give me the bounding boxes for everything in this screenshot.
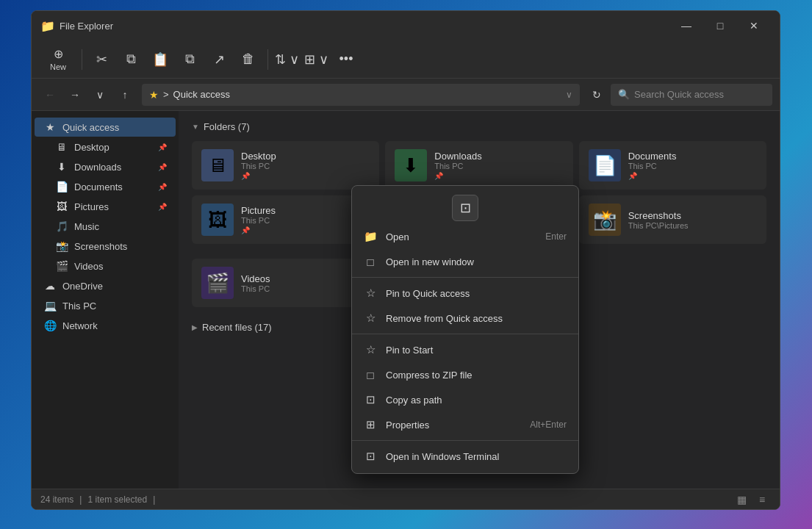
sidebar-item-quick-access[interactable]: ★ Quick access: [35, 118, 176, 137]
sidebar: ★ Quick access 🖥 Desktop 📌 ⬇ Downloads 📌…: [32, 111, 179, 489]
sort-button[interactable]: ⇅ ∨: [274, 46, 301, 73]
open-terminal-label: Open in Windows Terminal: [386, 451, 567, 462]
share-icon: ↗: [214, 51, 225, 68]
context-menu-copy-path[interactable]: ⊡ Copy as path: [352, 387, 578, 412]
documents-pin-icon: 📌: [158, 183, 167, 191]
sidebar-label-videos: Videos: [74, 261, 104, 272]
new-button[interactable]: ⊕ New: [40, 44, 76, 74]
back-icon: ←: [45, 89, 55, 101]
pin-start-icon: ☆: [364, 343, 377, 356]
sidebar-item-this-pc[interactable]: 💻 This PC: [35, 296, 176, 315]
pin-quick-access-label: Pin to Quick access: [386, 288, 567, 299]
desktop-folder-sub: This PC: [241, 162, 276, 170]
status-sep-2: |: [153, 494, 155, 505]
sidebar-label-pictures: Pictures: [74, 201, 109, 212]
minimize-button[interactable]: —: [669, 14, 703, 37]
open-icon: 📁: [364, 230, 377, 243]
sidebar-item-onedrive[interactable]: ☁ OneDrive: [35, 276, 176, 295]
context-menu-divider-1: [352, 277, 578, 278]
screenshots-folder-name: Screenshots: [628, 210, 689, 221]
properties-icon: ⊞: [364, 418, 377, 431]
context-menu-compress-zip[interactable]: □ Compress to ZIP file: [352, 362, 578, 387]
copy2-button[interactable]: ⧉: [176, 46, 203, 73]
context-menu-remove-quick-access[interactable]: ☆ Remove from Quick access: [352, 306, 578, 331]
pictures-folder-icon: 🖼: [201, 204, 234, 236]
cut-button[interactable]: ✂: [88, 46, 115, 73]
share-button[interactable]: ↗: [206, 46, 232, 73]
more-button[interactable]: •••: [333, 46, 359, 73]
sidebar-item-videos[interactable]: 🎬 Videos: [35, 256, 176, 276]
list-view-button[interactable]: ≡: [753, 492, 771, 508]
context-menu-open-new-window[interactable]: □ Open in new window: [352, 249, 578, 274]
status-sep-1: |: [79, 494, 82, 505]
this-pc-icon: 💻: [43, 300, 57, 312]
sidebar-label-onedrive: OneDrive: [62, 281, 103, 292]
context-menu-properties[interactable]: ⊞ Properties Alt+Enter: [352, 412, 578, 437]
new-label: New: [50, 62, 66, 71]
refresh-icon: ↻: [592, 89, 601, 101]
search-box[interactable]: 🔍 Search Quick access: [611, 84, 772, 106]
folders-section-header[interactable]: ▼ Folders (7): [192, 121, 766, 132]
pin-start-label: Pin to Start: [386, 345, 567, 356]
screenshots-folder-info: Screenshots This PC\Pictures: [628, 210, 689, 230]
cut-icon: ✂: [96, 51, 107, 68]
sidebar-label-music: Music: [74, 221, 99, 232]
view-button[interactable]: ⊞ ∨: [303, 46, 330, 73]
open-label: Open: [386, 231, 536, 242]
address-path: Quick access: [173, 89, 230, 100]
new-icon: ⊕: [54, 47, 63, 61]
context-menu-pin-quick-access[interactable]: ☆ Pin to Quick access: [352, 281, 578, 306]
desktop-folder-pin: 📌: [241, 172, 276, 180]
back-button[interactable]: ←: [39, 84, 61, 106]
remove-quick-access-label: Remove from Quick access: [386, 313, 567, 324]
down-button[interactable]: ∨: [89, 84, 111, 106]
pictures-folder-sub: This PC: [241, 216, 276, 225]
context-menu-pin-start[interactable]: ☆ Pin to Start: [352, 337, 578, 362]
up-button[interactable]: ↑: [114, 84, 136, 106]
network-icon: 🌐: [43, 320, 57, 331]
copy-path-icon: ⊡: [364, 393, 377, 406]
videos-icon: 🎬: [55, 260, 68, 272]
address-chevron-icon[interactable]: ∨: [566, 90, 572, 100]
grid-view-button[interactable]: ▦: [733, 492, 750, 508]
more-icon: •••: [339, 51, 353, 67]
folder-item-downloads[interactable]: ⬇ Downloads This PC 📌: [385, 141, 572, 190]
videos-folder-name: Videos: [241, 273, 270, 284]
toolbar-separator-1: [82, 49, 82, 70]
sidebar-label-desktop: Desktop: [74, 142, 109, 153]
address-bar[interactable]: ★ > Quick access ∨: [142, 84, 580, 106]
sidebar-item-downloads[interactable]: ⬇ Downloads 📌: [35, 157, 176, 176]
compress-zip-label: Compress to ZIP file: [386, 370, 567, 381]
properties-shortcut: Alt+Enter: [530, 420, 567, 430]
context-menu-open[interactable]: 📁 Open Enter: [352, 224, 578, 249]
copy-button[interactable]: ⧉: [118, 46, 144, 73]
navigation-bar: ← → ∨ ↑ ★ > Quick access ∨ ↻ 🔍 Search Qu…: [32, 79, 780, 111]
down-icon: ∨: [96, 89, 104, 101]
up-icon: ↑: [123, 89, 128, 101]
maximize-button[interactable]: □: [703, 14, 737, 37]
refresh-button[interactable]: ↻: [586, 84, 608, 106]
downloads-folder-icon: ⬇: [395, 149, 427, 181]
forward-button[interactable]: →: [64, 84, 86, 106]
context-menu-open-terminal[interactable]: ⊡ Open in Windows Terminal: [352, 444, 578, 469]
downloads-pin-icon: 📌: [158, 163, 167, 171]
sidebar-item-screenshots[interactable]: 📸 Screenshots: [35, 237, 176, 256]
sidebar-item-network[interactable]: 🌐 Network: [35, 316, 176, 335]
window-title: File Explorer: [60, 21, 669, 32]
folder-item-screenshots[interactable]: 📸 Screenshots This PC\Pictures: [579, 195, 766, 244]
delete-button[interactable]: 🗑: [235, 46, 262, 73]
folders-chevron-icon: ▼: [192, 123, 199, 131]
folder-item-desktop[interactable]: 🖥 Desktop This PC 📌: [192, 141, 379, 190]
context-menu-divider-3: [352, 440, 578, 441]
close-button[interactable]: ✕: [737, 14, 771, 37]
sidebar-item-desktop[interactable]: 🖥 Desktop 📌: [35, 137, 176, 156]
sidebar-item-pictures[interactable]: 🖼 Pictures 📌: [35, 197, 176, 216]
context-menu-divider-2: [352, 334, 578, 334]
folder-item-videos[interactable]: 🎬 Videos This PC: [192, 259, 377, 307]
folder-item-documents[interactable]: 📄 Documents This PC 📌: [579, 141, 766, 190]
sidebar-item-music[interactable]: 🎵 Music: [35, 217, 176, 236]
grid-view-icon: ▦: [737, 494, 747, 505]
sidebar-item-documents[interactable]: 📄 Documents 📌: [35, 177, 176, 196]
sidebar-label-documents: Documents: [74, 181, 123, 192]
paste-button[interactable]: 📋: [147, 46, 173, 73]
